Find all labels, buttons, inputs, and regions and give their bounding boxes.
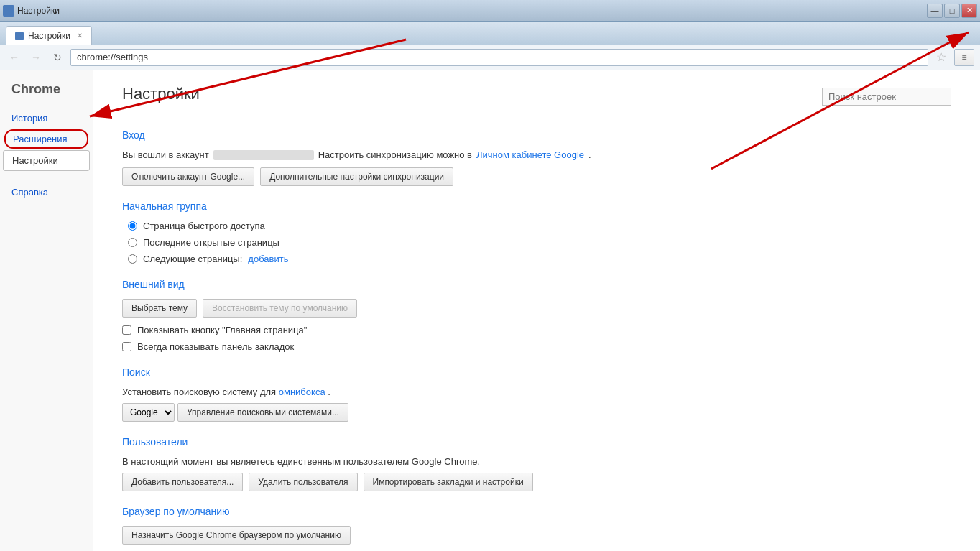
page-title: Настройки bbox=[122, 85, 200, 103]
search-period: . bbox=[328, 386, 330, 397]
omnibox-link[interactable]: омнибокса bbox=[279, 386, 325, 397]
chrome-brand: Chrome bbox=[0, 82, 93, 108]
address-bar: ← → ↻ ☆ ≡ bbox=[0, 45, 980, 70]
reload-button[interactable]: ↻ bbox=[49, 49, 66, 66]
show-home-button-label: Показывать кнопку "Главная страница" bbox=[137, 325, 307, 335]
chrome-icon bbox=[3, 5, 14, 17]
start-group-title: Начальная группа bbox=[122, 200, 951, 212]
users-section: Пользователи В настоящий момент вы являе… bbox=[122, 436, 951, 491]
signin-text1: Вы вошли в аккаунт bbox=[122, 149, 209, 160]
add-pages-link[interactable]: добавить bbox=[248, 254, 288, 264]
default-browser-section: Браузер по умолчанию Назначить Google Ch… bbox=[122, 506, 951, 551]
sidebar-item-settings[interactable]: Настройки bbox=[3, 150, 90, 171]
radio-quick-access: Страница быстрого доступа bbox=[128, 221, 951, 231]
disconnect-google-button[interactable]: Отключить аккаунт Google... bbox=[122, 167, 254, 186]
forward-button[interactable]: → bbox=[27, 49, 45, 66]
search-engine-row: Google Управление поисковыми системами..… bbox=[122, 403, 951, 422]
signin-account-placeholder bbox=[213, 150, 314, 160]
radio-next-pages: Следующие страницы: добавить bbox=[128, 254, 951, 264]
signin-text2: Настроить синхронизацию можно в bbox=[318, 149, 472, 160]
address-input[interactable] bbox=[70, 49, 928, 66]
maximize-button[interactable]: □ bbox=[944, 4, 960, 18]
radio-quick-access-input[interactable] bbox=[128, 221, 137, 231]
signin-buttons: Отключить аккаунт Google... Дополнительн… bbox=[122, 167, 951, 186]
appearance-title: Внешний вид bbox=[122, 279, 951, 290]
star-button[interactable]: ☆ bbox=[933, 49, 950, 66]
radio-recent-pages: Последние открытые страницы bbox=[128, 237, 951, 248]
tab-close-button[interactable]: ✕ bbox=[77, 32, 83, 40]
start-group-section: Начальная группа Страница быстрого досту… bbox=[122, 200, 951, 264]
settings-content: Настройки Вход Вы вошли в аккаунт Настро… bbox=[93, 70, 980, 551]
radio-recent-pages-input[interactable] bbox=[128, 238, 137, 247]
show-bookmarks-bar-row: Всегда показывать панель закладок bbox=[122, 341, 951, 352]
start-group-options: Страница быстрого доступа Последние откр… bbox=[128, 221, 951, 264]
chrome-menu-button[interactable]: ≡ bbox=[954, 49, 974, 66]
show-home-button-checkbox[interactable] bbox=[122, 325, 131, 335]
appearance-theme-buttons: Выбрать тему Восстановить тему по умолча… bbox=[122, 299, 951, 318]
signin-title: Вход bbox=[122, 129, 951, 141]
window-title: Настройки bbox=[17, 6, 60, 16]
search-title: Поиск bbox=[122, 366, 951, 378]
signin-section: Вход Вы вошли в аккаунт Настроить синхро… bbox=[122, 129, 951, 186]
tab-bar: Настройки ✕ bbox=[0, 22, 980, 45]
radio-next-pages-label: Следующие страницы: bbox=[143, 254, 242, 264]
sidebar: Chrome История Расширения Настройки Спра… bbox=[0, 70, 93, 551]
search-info-text: Установить поисковую систему для bbox=[122, 386, 276, 397]
window-controls: — □ ✕ bbox=[927, 4, 977, 18]
radio-next-pages-input[interactable] bbox=[128, 254, 137, 264]
signin-row: Вы вошли в аккаунт Настроить синхронизац… bbox=[122, 149, 951, 160]
sidebar-item-extensions[interactable]: Расширения bbox=[4, 129, 88, 149]
search-section: Поиск Установить поисковую систему для о… bbox=[122, 366, 951, 422]
manage-search-engines-button[interactable]: Управление поисковыми системами... bbox=[177, 403, 348, 422]
search-info-row: Установить поисковую систему для омнибок… bbox=[122, 386, 951, 397]
default-browser-title: Браузер по умолчанию bbox=[122, 506, 951, 517]
sidebar-divider bbox=[0, 171, 93, 182]
sidebar-item-history[interactable]: История bbox=[0, 108, 93, 128]
close-button[interactable]: ✕ bbox=[961, 4, 977, 18]
show-bookmarks-bar-checkbox[interactable] bbox=[122, 342, 131, 351]
users-title: Пользователи bbox=[122, 436, 951, 448]
show-bookmarks-bar-label: Всегда показывать панель закладок bbox=[137, 341, 294, 352]
radio-quick-access-label: Страница быстрого доступа bbox=[143, 221, 265, 231]
sidebar-item-help[interactable]: Справка bbox=[0, 182, 93, 202]
main-layout: Chrome История Расширения Настройки Спра… bbox=[0, 70, 980, 551]
title-bar: Настройки — □ ✕ bbox=[0, 0, 980, 22]
minimize-button[interactable]: — bbox=[927, 4, 943, 18]
users-info-text: В настоящий момент вы являетесь единстве… bbox=[122, 456, 951, 467]
choose-theme-button[interactable]: Выбрать тему bbox=[122, 299, 197, 318]
restore-theme-button[interactable]: Восстановить тему по умолчанию bbox=[203, 299, 357, 318]
back-button[interactable]: ← bbox=[6, 49, 23, 66]
appearance-section: Внешний вид Выбрать тему Восстановить те… bbox=[122, 279, 951, 352]
signin-link-suffix: . bbox=[588, 149, 591, 160]
show-home-button-row: Показывать кнопку "Главная страница" bbox=[122, 325, 951, 335]
sync-settings-button[interactable]: Дополнительные настройки синхронизации bbox=[260, 167, 453, 186]
tab-favicon bbox=[15, 32, 24, 40]
delete-user-button[interactable]: Удалить пользователя bbox=[249, 473, 357, 491]
title-bar-left: Настройки bbox=[3, 5, 60, 17]
google-account-link[interactable]: Личном кабинете Google bbox=[476, 149, 584, 160]
radio-recent-pages-label: Последние открытые страницы bbox=[143, 237, 279, 248]
settings-search-input[interactable] bbox=[822, 88, 951, 106]
users-buttons: Добавить пользователя... Удалить пользов… bbox=[122, 473, 951, 491]
settings-tab[interactable]: Настройки ✕ bbox=[6, 26, 92, 45]
import-bookmarks-button[interactable]: Импортировать закладки и настройки bbox=[364, 473, 533, 491]
add-user-button[interactable]: Добавить пользователя... bbox=[122, 473, 243, 491]
search-engine-dropdown[interactable]: Google bbox=[122, 403, 175, 422]
set-default-browser-button[interactable]: Назначить Google Chrome браузером по умо… bbox=[122, 526, 351, 545]
default-browser-buttons: Назначить Google Chrome браузером по умо… bbox=[122, 526, 951, 545]
tab-label: Настройки bbox=[28, 31, 70, 41]
